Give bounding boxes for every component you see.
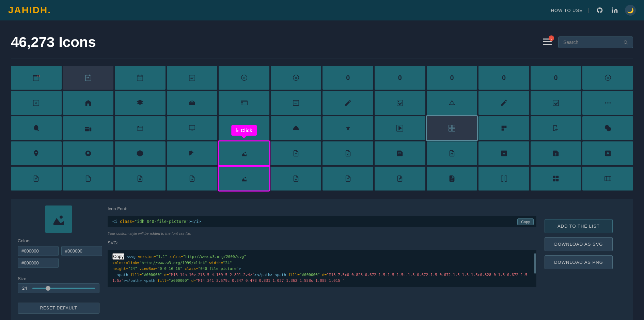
icon-cell[interactable]: 0 (271, 66, 321, 90)
icon-cell[interactable] (478, 141, 529, 165)
linkedin-icon[interactable] (610, 5, 619, 15)
icon-cell[interactable]: 0 (219, 66, 269, 90)
theme-toggle-button[interactable]: 🌙 (625, 5, 636, 16)
size-value: 24 (22, 286, 29, 291)
icon-cell[interactable] (427, 91, 477, 115)
icon-cell[interactable] (167, 66, 218, 90)
copy-svg-button[interactable]: Copy (112, 253, 124, 260)
add-to-list-button[interactable]: ADD TO THE LIST (545, 219, 613, 233)
icon-cell[interactable] (427, 141, 477, 165)
svg-rect-53 (451, 153, 453, 155)
icon-cell[interactable] (167, 141, 218, 165)
scrollbar[interactable] (534, 253, 536, 274)
icon-cell[interactable] (63, 116, 114, 140)
svg-label: SVG: (108, 240, 536, 246)
icon-cell[interactable] (115, 167, 166, 191)
github-icon[interactable] (595, 5, 604, 15)
icon-cell[interactable] (531, 91, 581, 115)
size-slider[interactable] (32, 288, 95, 289)
svg-rect-32 (293, 101, 299, 106)
icon-cell[interactable] (11, 167, 62, 191)
size-label: Size (18, 276, 99, 281)
icon-cell[interactable] (478, 167, 529, 191)
icon-cell[interactable] (115, 66, 166, 90)
icon-cell[interactable] (323, 91, 373, 115)
icon-cell[interactable] (582, 116, 633, 140)
icon-cell[interactable] (11, 116, 62, 140)
icon-cell[interactable] (271, 91, 321, 115)
copy-icon-font-button[interactable]: Copy (517, 218, 534, 225)
icon-cell[interactable] (582, 167, 633, 191)
icon-font-label: Icon Font: (108, 205, 536, 212)
icon-cell[interactable] (375, 116, 425, 140)
search-box[interactable] (558, 36, 633, 48)
color-inputs (18, 246, 99, 268)
icon-cell[interactable]: 0 (323, 66, 373, 90)
icon-cell[interactable] (271, 116, 321, 140)
icon-cell[interactable] (323, 141, 373, 165)
icon-cell[interactable] (531, 167, 581, 191)
icon-cell[interactable]: 0 (531, 66, 581, 90)
svg-point-52 (607, 127, 611, 131)
icon-cell[interactable] (63, 141, 114, 165)
color-input-3[interactable] (18, 258, 59, 268)
icon-cell[interactable] (531, 141, 581, 165)
header-right: HOW TO USE | 🌙 (551, 5, 636, 16)
icon-cell[interactable] (167, 167, 218, 191)
icon-cell[interactable] (271, 167, 321, 191)
icon-cell[interactable] (115, 116, 166, 140)
download-svg-button[interactable]: DOWNLOAD AS SVG (545, 237, 613, 251)
icon-cell[interactable]: 0 (427, 66, 477, 90)
svg-rect-38 (85, 127, 89, 128)
reset-default-button[interactable]: RESET DEFAULT (18, 303, 99, 314)
main-content: 46,273 Icons 3 +1 (0, 20, 644, 320)
icon-cell[interactable] (167, 91, 218, 115)
how-to-use-link[interactable]: HOW TO USE (551, 8, 583, 13)
logo-accent: H. (40, 5, 51, 15)
icon-cell[interactable] (115, 141, 166, 165)
search-input[interactable] (563, 40, 621, 45)
icon-cell[interactable] (11, 141, 62, 165)
icon-cell[interactable] (478, 91, 529, 115)
svg-rect-62 (556, 179, 559, 181)
color-input-1[interactable] (18, 246, 59, 256)
svg-rect-21 (190, 77, 193, 77)
icon-cell[interactable] (531, 116, 581, 140)
icon-cell[interactable] (63, 91, 114, 115)
svg-rect-2 (543, 41, 552, 42)
color-input-2[interactable] (61, 246, 102, 256)
icon-cell[interactable]: +1 (11, 66, 62, 90)
icon-cell[interactable]: 0 (478, 66, 529, 90)
svg-rect-50 (452, 128, 455, 131)
icon-cell[interactable] (63, 167, 114, 191)
icon-cell[interactable] (582, 91, 633, 115)
icon-cell[interactable] (375, 141, 425, 165)
svg-point-36 (609, 102, 611, 104)
icon-cell[interactable] (375, 91, 425, 115)
svg-rect-12 (87, 77, 88, 78)
svg-code-block[interactable]: Copy <svg version="1.1" xmlns="http://ww… (108, 250, 536, 287)
icon-cell[interactable] (63, 66, 114, 90)
icon-cell[interactable]: 0 (582, 66, 633, 90)
icon-cell[interactable] (271, 141, 321, 165)
icon-cell[interactable] (115, 91, 166, 115)
icon-cell[interactable] (478, 116, 529, 140)
icon-cell[interactable] (427, 116, 477, 140)
icon-cell-selected-bottom[interactable] (219, 167, 269, 191)
list-icon-button[interactable]: 3 (542, 37, 553, 48)
icon-cell[interactable] (582, 141, 633, 165)
svg-rect-60 (556, 176, 559, 178)
icon-cell[interactable]: 0 (11, 91, 62, 115)
icon-cell[interactable] (427, 167, 477, 191)
icon-cell[interactable] (219, 91, 269, 115)
colors-label: Colors (18, 238, 99, 243)
icon-cell[interactable] (167, 116, 218, 140)
icon-cell[interactable] (323, 167, 373, 191)
svg-marker-46 (399, 126, 402, 131)
icon-cell-selected[interactable]: ♭ Click (219, 141, 269, 165)
icon-cell[interactable] (323, 116, 373, 140)
icon-cell[interactable]: 0 (375, 66, 425, 90)
svg-rect-13 (88, 77, 89, 78)
icon-cell[interactable] (375, 167, 425, 191)
download-png-button[interactable]: DOWNLOAD AS PNG (545, 255, 613, 269)
